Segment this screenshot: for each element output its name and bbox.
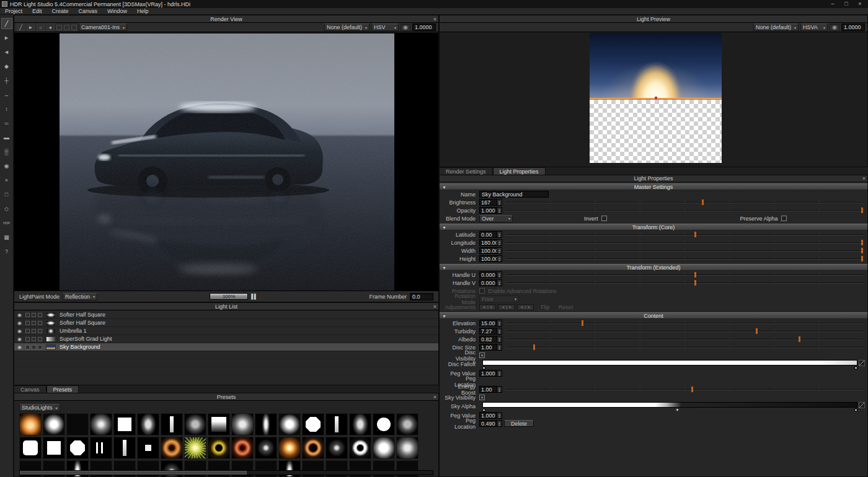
pointer-icon[interactable]: ► <box>27 24 35 31</box>
preset-square-solid[interactable] <box>113 413 136 435</box>
preset-octagon[interactable] <box>66 437 89 459</box>
light-lock-toggle[interactable] <box>32 345 36 349</box>
handle-u-slider[interactable] <box>505 271 864 278</box>
brightness-slider[interactable] <box>505 199 864 206</box>
preset-soft-square-dim[interactable] <box>396 413 418 435</box>
picker-tool[interactable]: ◇ <box>1 203 12 214</box>
peg-marker[interactable] <box>854 367 857 369</box>
collapse-triangle-icon[interactable]: ▼ <box>442 265 446 271</box>
handle-u-spinner[interactable]: 0.000▴▾ <box>479 271 502 278</box>
light-list-row[interactable]: ◉Sky Background <box>14 343 438 351</box>
albedo-spinner[interactable]: 0.82▴▾ <box>479 336 502 343</box>
orbit-tool[interactable]: ↕ <box>1 103 12 115</box>
sky-visibility-checkbox[interactable]: × <box>479 395 485 400</box>
lut-select[interactable]: None (default) ▾ <box>324 24 370 31</box>
light-solo-toggle[interactable] <box>25 345 30 349</box>
preset-soft-rect[interactable] <box>137 413 159 435</box>
paint-tool[interactable]: ╱ <box>1 18 12 29</box>
turbidity-slider[interactable] <box>505 328 864 335</box>
camera-select[interactable]: Camera001-Ins ▾ <box>79 24 127 31</box>
slider-handle[interactable] <box>861 248 863 253</box>
preset-bar[interactable] <box>161 413 183 435</box>
image-tool[interactable]: ▦ <box>1 232 12 243</box>
light-enable-toggle[interactable]: ◉ <box>17 336 24 342</box>
preset-soft-rect[interactable] <box>349 413 371 435</box>
light-preview-image[interactable] <box>590 33 722 163</box>
sky-alpha-gradient[interactable] <box>482 402 865 411</box>
preset-bar[interactable] <box>326 413 348 435</box>
slider-handle[interactable] <box>694 280 696 286</box>
opacity-spinner[interactable]: 1.000▴▾ <box>479 207 502 214</box>
paint-icon[interactable]: ╱ <box>17 24 25 31</box>
preset-soft-square[interactable] <box>278 413 301 435</box>
peg-value-spinner[interactable]: 1.000▴▾ <box>479 412 502 419</box>
light-list-row[interactable]: ◉SuperSoft Grad Light <box>14 335 438 343</box>
gradient-light-tool[interactable]: ▒ <box>1 146 12 157</box>
preset-grad-square[interactable] <box>208 413 230 435</box>
select-tool[interactable]: ► <box>1 32 12 43</box>
preset-soft-glow[interactable] <box>231 413 254 435</box>
light-enable-toggle[interactable]: ◉ <box>17 320 24 326</box>
disc-size-slider[interactable] <box>505 344 864 351</box>
light-lock-toggle[interactable] <box>32 329 36 333</box>
peg-marker[interactable] <box>854 409 857 411</box>
light-enable-toggle[interactable]: ◉ <box>17 328 24 334</box>
peg-diamond-marker[interactable] <box>675 407 680 411</box>
width-slider[interactable] <box>505 247 864 254</box>
close-panel-icon[interactable]: × <box>433 303 436 310</box>
bar-light-tool[interactable]: ▬ <box>1 132 12 143</box>
preset-blob-small[interactable] <box>255 437 277 459</box>
collapse-triangle-icon[interactable]: ▼ <box>442 225 446 231</box>
width-spinner[interactable]: 100.00▴▾ <box>479 247 502 254</box>
pan-tool[interactable]: ↔ <box>1 89 12 100</box>
blend-mode-select[interactable]: Over ▾ <box>479 215 513 222</box>
preset-square-solid[interactable] <box>43 437 65 459</box>
render-image[interactable] <box>60 33 394 291</box>
preset-blob-small[interactable] <box>326 437 348 459</box>
tab-canvas[interactable]: Canvas <box>14 385 46 393</box>
close-button[interactable]: × <box>853 0 867 7</box>
preset-ring-dark-orange[interactable] <box>302 437 324 459</box>
energy-boost-slider[interactable] <box>505 386 864 393</box>
peg-marker[interactable] <box>482 367 485 369</box>
delete-peg-button[interactable]: Delete <box>504 420 534 427</box>
preset-disc[interactable] <box>373 413 395 435</box>
elevation-spinner[interactable]: 15.00▴▾ <box>479 320 502 326</box>
minimize-button[interactable]: – <box>826 0 839 7</box>
frame-number-value[interactable]: 0.0 <box>410 293 433 300</box>
light-lock-toggle[interactable] <box>32 337 36 341</box>
preserve-alpha-checkbox[interactable] <box>781 216 787 221</box>
light-enable-toggle[interactable]: ◉ <box>17 312 24 318</box>
brightness-spinner[interactable]: 167▴▾ <box>479 199 502 206</box>
close-panel-icon[interactable]: × <box>862 175 866 182</box>
view-toggle-icon[interactable] <box>71 25 77 30</box>
light-solo-toggle[interactable] <box>25 313 30 317</box>
peg-value-spinner[interactable]: 1.000▴▾ <box>479 370 502 377</box>
light-solo-toggle[interactable] <box>25 321 30 325</box>
slider-handle[interactable] <box>694 232 696 237</box>
section-master-settings[interactable]: ▼ Master Settings <box>440 183 867 190</box>
close-panel-icon[interactable]: × <box>433 393 436 401</box>
light-list-row[interactable]: ◉Softer Half Square <box>14 311 438 319</box>
light-solo-toggle[interactable] <box>25 329 30 333</box>
collapse-triangle-icon[interactable]: ▼ <box>442 313 446 320</box>
preview-exposure-gear-icon[interactable]: ◉ <box>830 24 839 31</box>
preset-rounded-square[interactable] <box>19 437 42 459</box>
preset-strip[interactable] <box>255 413 277 435</box>
disc-visibility-checkbox[interactable]: × <box>479 352 485 358</box>
height-slider[interactable] <box>505 255 864 262</box>
curve-editor-icon[interactable] <box>859 402 865 408</box>
light-alpha-toggle[interactable] <box>38 329 42 333</box>
preset-bars3[interactable] <box>90 437 112 459</box>
disc-size-spinner[interactable]: 1.00▴▾ <box>479 344 502 351</box>
lightpaint-mode-select[interactable]: Reflection ▾ <box>63 293 97 300</box>
section-content[interactable]: ▼ Content <box>440 312 867 319</box>
maximize-button[interactable]: □ <box>839 0 853 7</box>
preview-handle-marker[interactable] <box>655 97 657 99</box>
preset-halo-orange[interactable] <box>278 437 301 459</box>
hdri-tool[interactable]: HDR <box>1 217 12 229</box>
slider-handle[interactable] <box>756 328 758 334</box>
preset-sunburst[interactable] <box>184 437 206 459</box>
exposure-value[interactable]: 1.0000 <box>412 24 436 31</box>
preset-eye-red[interactable] <box>231 437 254 459</box>
